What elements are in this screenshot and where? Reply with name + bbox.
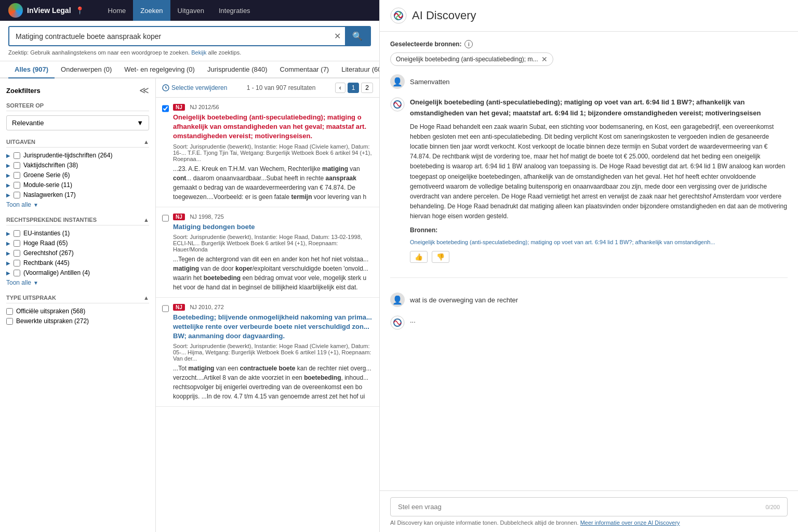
expand-icon: ▶ [6, 231, 10, 236]
sidebar-filters: Zoekfilters ≪ SORTEER OP Relevantie ▼ UI… [0, 78, 156, 532]
filter-groene-serie[interactable]: ▶ Groene Serie (6) [6, 171, 149, 179]
result-meta-1: Soort: Jurisprudentie (bewerkt), Instant… [173, 143, 373, 162]
result-title-3[interactable]: Boetebeding; blijvende onmogelijkheid na… [173, 313, 373, 341]
sources-label: Geselecteerde bronnen: i [390, 40, 788, 48]
filter-checkbox[interactable] [14, 192, 20, 198]
user-avatar: 👤 [390, 74, 405, 89]
expand-icon: ▶ [6, 192, 10, 198]
thumbs-up-button[interactable]: 👍 [410, 251, 428, 263]
result-badge-2: NJ [173, 214, 185, 220]
ai-title: AI Discovery [412, 9, 476, 22]
result-title-2[interactable]: Matiging bedongen boete [173, 222, 373, 232]
filter-checkbox[interactable] [14, 230, 20, 237]
instanties-header[interactable]: RECHTSPREKENDE INSTANTIES ▲ [6, 217, 149, 225]
results-count: 1 - 10 van 907 resultaten [233, 84, 328, 91]
main-nav: Home Zoeken Uitgaven Integraties [101, 0, 258, 21]
nav-integraties[interactable]: Integraties [211, 0, 258, 21]
ai-response-text-1: De Hoge Raad behandelt een zaak waarin S… [410, 122, 788, 222]
result-title-1[interactable]: Oneigelijk boetebeding (anti-speculatieb… [173, 113, 373, 141]
toon-alle-instanties[interactable]: Toon alle ▼ [6, 279, 149, 286]
ai-disclaimer-link[interactable]: Meer informatie over onze AI Discovery [580, 520, 680, 526]
ai-disclaimer: AI Discovery kan onjuiste informatie ton… [390, 520, 788, 526]
filter-vaktijdschriften[interactable]: ▶ Vaktijdschriften (38) [6, 162, 149, 169]
instanties-section: RECHTSPREKENDE INSTANTIES ▲ ▶ EU-instant… [6, 217, 149, 286]
summarize-text: Samenvatten [410, 74, 450, 87]
search-button[interactable]: 🔍 [345, 27, 370, 45]
ai-response-1: Oneigelijk boetebeding (anti-speculatieb… [390, 97, 788, 263]
ai-bubble-1: Oneigelijk boetebeding (anti-speculatieb… [410, 97, 788, 263]
nav-home[interactable]: Home [101, 0, 134, 21]
toon-alle-uitgaven[interactable]: Toon alle ▼ [6, 201, 149, 208]
source-chip-remove-button[interactable]: ✕ [541, 55, 548, 63]
search-clear-button[interactable]: ✕ [330, 31, 345, 41]
user-avatar-2: 👤 [390, 292, 405, 307]
tab-alles[interactable]: Alles (907) [8, 61, 55, 78]
filter-eu-instanties[interactable]: ▶ EU-instanties (1) [6, 230, 149, 237]
nav-zoeken[interactable]: Zoeken [133, 0, 170, 21]
ai-discovery-panel: AI Discovery Geselecteerde bronnen: i On… [379, 0, 798, 532]
filter-checkbox[interactable] [14, 240, 20, 247]
tab-wet-regelgeving[interactable]: Wet- en regelgeving (0) [118, 61, 201, 78]
ai-logo [390, 7, 407, 24]
result-checkbox-3[interactable] [162, 305, 169, 312]
result-checkbox-1[interactable] [162, 105, 169, 112]
filter-gerechtshof[interactable]: ▶ Gerechtshof (267) [6, 249, 149, 257]
sort-select[interactable]: Relevantie ▼ [6, 115, 149, 130]
type-uitspraak-header[interactable]: TYPE UITSPRAAK ▲ [6, 295, 149, 303]
filter-checkbox[interactable] [14, 182, 20, 189]
results-panel: Selectie verwijderen 1 - 10 van 907 resu… [156, 78, 379, 532]
results-header: Selectie verwijderen 1 - 10 van 907 resu… [156, 78, 379, 98]
filter-naslagwerken[interactable]: ▶ Naslagwerken (17) [6, 191, 149, 198]
filter-jurisprudentie-tijdschriften[interactable]: ▶ Jurisprudentie-tijdschriften (264) [6, 152, 149, 159]
tab-jurisprudentie[interactable]: Jurisprudentie (840) [201, 61, 274, 78]
result-item-2: NJ NJ 1998, 725 Matiging bedongen boete … [156, 207, 379, 298]
type-uitspraak-section: TYPE UITSPRAAK ▲ Officiële uitspraken (5… [6, 295, 149, 325]
sidebar-collapse-button[interactable]: ≪ [139, 85, 149, 96]
filter-checkbox[interactable] [14, 260, 20, 267]
nav-uitgaven[interactable]: Uitgaven [170, 0, 211, 21]
filter-checkbox[interactable] [6, 308, 13, 315]
sources-section: Bronnen: Oneigelijk boetebeding (anti-sp… [410, 225, 788, 247]
collapse-icon: ▲ [143, 217, 149, 223]
ai-loading-bubble: ... [410, 315, 788, 326]
result-meta-3: Soort: Jurisprudentie (bewerkt), Instant… [173, 343, 373, 362]
result-checkbox-2[interactable] [162, 215, 169, 222]
chevron-down-icon: ▼ [33, 280, 38, 286]
user-icon: 👤 [392, 77, 403, 87]
source-link-1[interactable]: Oneigelijk boetebeding (anti-speculatieb… [410, 238, 788, 247]
page-1-button[interactable]: 1 [348, 83, 360, 93]
search-input[interactable] [9, 28, 330, 45]
expand-icon: ▶ [6, 172, 10, 178]
char-count: 0/200 [765, 504, 780, 510]
filter-checkbox[interactable] [14, 152, 20, 159]
next-page-button[interactable]: 2 [361, 83, 373, 93]
filter-bewerkte-uitspraken[interactable]: Bewerkte uitspraken (272) [6, 317, 149, 325]
uitgaven-header[interactable]: UITGAVEN ▲ [6, 139, 149, 148]
prev-page-button[interactable]: ‹ [335, 83, 345, 93]
result-snippet-1: ...23. A.E. Kreuk en T.H.M. van Wechem, … [173, 164, 373, 202]
filter-officiele-uitspraken[interactable]: Officiële uitspraken (568) [6, 308, 149, 315]
chevron-down-icon: ▼ [33, 202, 38, 208]
app-header: InView Legal 📍 Home Zoeken Uitgaven Inte… [0, 0, 379, 21]
ai-avatar-2 [390, 315, 405, 330]
filter-checkbox[interactable] [14, 172, 20, 179]
result-ref-2: NJ 1998, 725 [190, 214, 223, 220]
content-tabs: Alles (907) Onderwerpen (0) Wet- en rege… [0, 61, 379, 78]
filter-checkbox[interactable] [14, 162, 20, 169]
tab-commentaar[interactable]: Commentaar (7) [274, 61, 336, 78]
filter-module-serie[interactable]: ▶ Module-serie (11) [6, 181, 149, 189]
filter-hoge-raad[interactable]: ▶ Hoge Raad (65) [6, 240, 149, 247]
zoektips-link[interactable]: Bekijk [191, 49, 206, 56]
tab-onderwerpen[interactable]: Onderwerpen (0) [55, 61, 118, 78]
filter-checkbox[interactable] [14, 250, 20, 257]
filter-checkbox[interactable] [6, 318, 13, 325]
remove-selection-button[interactable]: Selectie verwijderen [162, 84, 227, 91]
filter-rechtbank[interactable]: ▶ Rechtbank (445) [6, 259, 149, 267]
filter-antillen[interactable]: ▶ (Voormalige) Antillen (4) [6, 269, 149, 276]
info-icon[interactable]: i [464, 40, 473, 48]
source-chip: Oneigelijk boetebeding (anti-speculatieb… [390, 52, 553, 66]
ai-loading-message: ... [390, 315, 788, 330]
filter-checkbox[interactable] [14, 270, 20, 276]
question-input[interactable] [398, 503, 765, 511]
thumbs-down-button[interactable]: 👎 [432, 251, 449, 263]
